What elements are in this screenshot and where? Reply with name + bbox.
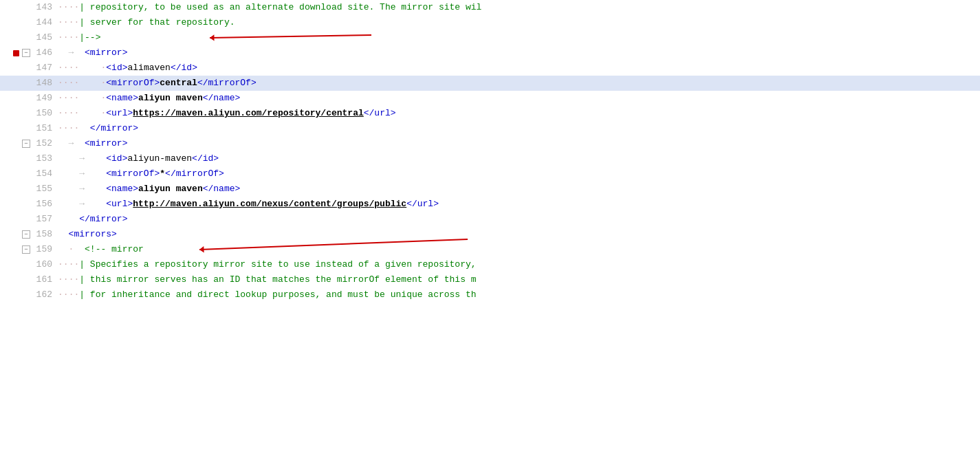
gutter-row-155: 155: [0, 182, 55, 197]
code-line-158: <mirrors>: [55, 227, 980, 242]
code-line-145: ····|-->: [55, 30, 980, 45]
gutter-row-151: 151: [0, 121, 55, 136]
gutter-row-158: −158: [0, 227, 55, 242]
gutter-row-153: 153: [0, 151, 55, 166]
code-line-156: → <url>http://maven.aliyun.com/nexus/con…: [55, 197, 980, 212]
code-line-157: </mirror>: [55, 212, 980, 227]
gutter-row-152: −152: [0, 136, 55, 151]
gutter-row-145: 145: [0, 30, 55, 45]
fold-button-146[interactable]: −: [22, 49, 30, 57]
gutter-row-159: −159: [0, 242, 55, 257]
code-editor: 143144145−146147148149150151−15215315415…: [0, 0, 980, 460]
line-number-145: 145: [30, 30, 52, 45]
code-line-153: → <id>aliyun-maven</id>: [55, 151, 980, 166]
gutter-row-150: 150: [0, 106, 55, 121]
line-number-153: 153: [30, 151, 52, 166]
code-line-161: ····| this mirror serves has an ID that …: [55, 272, 980, 287]
code-line-154: → <mirrorOf>*</mirrorOf>: [55, 166, 980, 182]
fold-button-158[interactable]: −: [22, 230, 30, 239]
line-number-157: 157: [30, 212, 52, 227]
code-line-160: ····| Specifies a repository mirror site…: [55, 257, 980, 272]
gutter-row-162: 162: [0, 287, 55, 303]
code-content-area: ····| repository, to be used as an alter…: [55, 0, 980, 460]
gutter-row-156: 156: [0, 197, 55, 212]
code-line-147: ···· ·<id>alimaven</id>: [55, 61, 980, 76]
line-number-146: 146: [30, 45, 52, 61]
line-number-148: 148: [30, 76, 52, 91]
fold-button-159[interactable]: −: [22, 245, 30, 254]
code-line-162: ····| for inheritance and direct lookup …: [55, 287, 980, 303]
line-number-144: 144: [30, 15, 52, 30]
gutter-row-147: 147: [0, 61, 55, 76]
gutter-row-146: −146: [0, 45, 55, 61]
code-line-143: ····| repository, to be used as an alter…: [55, 0, 980, 15]
code-line-152: → <mirror>: [55, 136, 980, 151]
line-number-158: 158: [30, 227, 52, 242]
code-line-151: ···· </mirror>: [55, 121, 980, 136]
gutter-row-154: 154: [0, 166, 55, 182]
gutter-row-161: 161: [0, 272, 55, 287]
line-number-149: 149: [30, 91, 52, 106]
line-number-156: 156: [30, 197, 52, 212]
line-number-161: 161: [30, 272, 52, 287]
line-number-143: 143: [30, 0, 52, 15]
line-number-160: 160: [30, 257, 52, 272]
gutter-row-143: 143: [0, 0, 55, 15]
line-number-162: 162: [30, 287, 52, 303]
line-number-159: 159: [30, 242, 52, 257]
gutter-row-157: 157: [0, 212, 55, 227]
code-line-150: ···· ·<url>https://maven.aliyun.com/repo…: [55, 106, 980, 121]
code-line-144: ····| server for that repository.: [55, 15, 980, 30]
gutter-row-144: 144: [0, 15, 55, 30]
code-line-148: ···· ·<mirrorOf>central</mirrorOf>: [55, 76, 980, 91]
line-number-152: 152: [30, 136, 52, 151]
line-number-150: 150: [30, 106, 52, 121]
fold-button-152[interactable]: −: [22, 140, 30, 148]
code-line-155: → <name>aliyun maven</name>: [55, 182, 980, 197]
line-number-151: 151: [30, 121, 52, 136]
code-line-149: ···· ·<name>aliyun maven</name>: [55, 91, 980, 106]
red-marker-146: [13, 50, 19, 56]
code-line-159: · <!-- mirror: [55, 242, 980, 257]
line-number-147: 147: [30, 61, 52, 76]
gutter-row-148: 148: [0, 76, 55, 91]
line-number-gutter: 143144145−146147148149150151−15215315415…: [0, 0, 55, 460]
gutter-row-149: 149: [0, 91, 55, 106]
line-number-155: 155: [30, 182, 52, 197]
gutter-row-160: 160: [0, 257, 55, 272]
code-line-146: → <mirror>: [55, 45, 980, 61]
line-number-154: 154: [30, 166, 52, 182]
